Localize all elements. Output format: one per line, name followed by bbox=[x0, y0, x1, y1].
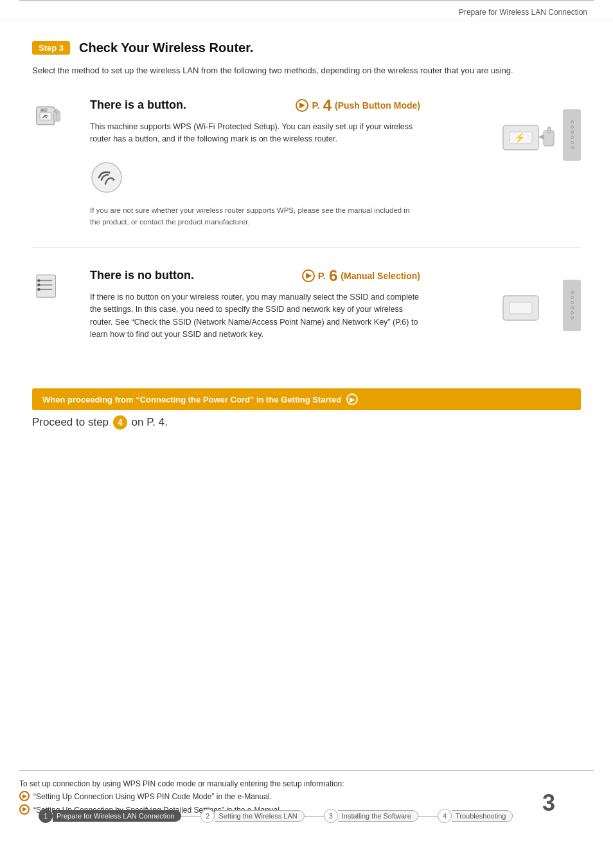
arrow-circle-2: ▶ bbox=[302, 269, 315, 282]
section-button-page-link[interactable]: ▶ P.4 (Push Button Mode) bbox=[296, 96, 420, 114]
page: Prepare for Wireless LAN Connection Step… bbox=[0, 0, 613, 868]
prog-circle-3: 3 bbox=[324, 809, 338, 823]
page-number-badge: 3 bbox=[542, 790, 555, 817]
router-dot bbox=[571, 125, 574, 129]
section-button-icon-col bbox=[32, 96, 71, 134]
prog-line-3 bbox=[418, 816, 438, 817]
section-nobutton-content: There is no button. ▶ P.6 (Manual Select… bbox=[90, 267, 420, 350]
footer-note-item-1: ▶ “Setting Up Connection Using WPS PIN C… bbox=[19, 790, 594, 803]
progress-step-1: 1 Prepare for Wireless LAN Connection bbox=[39, 809, 181, 823]
progress-bar: 1 Prepare for Wireless LAN Connection 2 … bbox=[39, 809, 574, 823]
section-button-title: There is a button. bbox=[90, 98, 186, 112]
section-nobutton-heading-row: There is no button. ▶ P.6 (Manual Select… bbox=[90, 267, 420, 285]
prog-line-2 bbox=[305, 816, 324, 817]
proceed-step-num: 4 bbox=[113, 415, 127, 429]
svg-rect-15 bbox=[547, 127, 551, 133]
section-button-illustration: ⚡ bbox=[440, 96, 581, 161]
section-button-heading-row: There is a button. ▶ P.4 (Push Button Mo… bbox=[90, 96, 420, 114]
router-dot bbox=[571, 316, 574, 320]
router-dot bbox=[571, 146, 574, 149]
step-badge: Step 3 bbox=[32, 41, 70, 55]
progress-step-2: 2 Setting the Wireless LAN bbox=[200, 809, 304, 823]
svg-point-7 bbox=[92, 163, 121, 192]
footer-note-icon-2: ▶ bbox=[19, 804, 30, 815]
proceed-before: Proceed to step bbox=[32, 416, 109, 428]
footer-note-icon-1: ▶ bbox=[19, 791, 30, 801]
proceed-text: Proceed to step 4 on P. 4. bbox=[32, 415, 581, 429]
prog-label-1: Prepare for Wireless LAN Connection bbox=[53, 810, 181, 822]
step-title: Check Your Wireless Router. bbox=[79, 41, 253, 55]
section-nobutton-title: There is no button. bbox=[90, 269, 194, 282]
prog-label-2: Setting the Wireless LAN bbox=[215, 810, 304, 822]
orange-banner: When proceeding from “Connecting the Pow… bbox=[32, 388, 581, 410]
section-nobutton: There is no button. ▶ P.6 (Manual Select… bbox=[32, 267, 581, 370]
illus-button-right: ⚡ bbox=[500, 109, 581, 161]
step-description: Select the method to set up the wireless… bbox=[32, 64, 581, 77]
svg-point-22 bbox=[37, 288, 40, 291]
step-header: Step 3 Check Your Wireless Router. bbox=[32, 41, 581, 55]
wps-logo bbox=[90, 161, 123, 194]
page-mode-2: (Manual Selection) bbox=[341, 271, 420, 281]
svg-text:⚡: ⚡ bbox=[514, 132, 526, 143]
illus-nobutton-right bbox=[500, 280, 581, 331]
router-device-2 bbox=[563, 280, 581, 331]
page-mode-1: (Push Button Mode) bbox=[335, 100, 420, 111]
page-num-1: 4 bbox=[323, 96, 332, 114]
svg-rect-24 bbox=[510, 302, 532, 314]
nobutton-icon bbox=[32, 269, 66, 303]
svg-rect-6 bbox=[55, 109, 57, 113]
section-nobutton-icon-col bbox=[32, 267, 71, 305]
svg-point-20 bbox=[37, 279, 40, 282]
printer-device-2 bbox=[500, 283, 558, 328]
section-button-body: This machine supports WPS (Wi-Fi Protect… bbox=[90, 121, 420, 146]
svg-marker-13 bbox=[538, 134, 544, 140]
router-dot bbox=[571, 291, 574, 294]
router-dot bbox=[571, 136, 574, 139]
prog-label-3: Installing the Software bbox=[338, 810, 418, 822]
prog-circle-1: 1 bbox=[39, 809, 53, 823]
router-dot bbox=[571, 311, 574, 314]
arrow-circle-1: ▶ bbox=[296, 99, 308, 112]
router-dot bbox=[571, 120, 574, 123]
router-dot bbox=[571, 306, 574, 309]
section-nobutton-body: If there is no button on your wireless r… bbox=[90, 291, 420, 341]
banner-arrow-icon: ▶ bbox=[346, 393, 358, 405]
footer-intro: To set up connection by using WPS PIN co… bbox=[19, 777, 594, 790]
footer-note-text-1: “Setting Up Connection Using WPS PIN Cod… bbox=[33, 790, 272, 803]
svg-point-3 bbox=[44, 108, 47, 111]
router-dot bbox=[571, 296, 574, 299]
section-nobutton-illustration bbox=[440, 267, 581, 331]
router-dot bbox=[571, 131, 574, 134]
section-button: There is a button. ▶ P.4 (Push Button Mo… bbox=[32, 96, 581, 248]
page-num-2: 6 bbox=[329, 267, 337, 285]
prog-circle-2: 2 bbox=[200, 809, 215, 823]
prog-line-1 bbox=[181, 816, 200, 817]
svg-point-2 bbox=[40, 108, 44, 111]
main-content: Step 3 Check Your Wireless Router. Selec… bbox=[0, 21, 613, 468]
section-button-content: There is a button. ▶ P.4 (Push Button Mo… bbox=[90, 96, 420, 228]
section-nobutton-page-link[interactable]: ▶ P.6 (Manual Selection) bbox=[302, 267, 420, 285]
svg-point-21 bbox=[37, 284, 40, 286]
progress-step-4: 4 Troubleshooting bbox=[438, 809, 513, 823]
banner-text: When proceeding from “Connecting the Pow… bbox=[42, 395, 341, 404]
printer-device-1: ⚡ bbox=[500, 113, 558, 158]
progress-step-3: 3 Installing the Software bbox=[324, 809, 418, 823]
breadcrumb-text: Prepare for Wireless LAN Connection bbox=[459, 8, 587, 17]
router-dot bbox=[571, 301, 574, 304]
router-device-1 bbox=[563, 109, 581, 161]
prog-circle-4: 4 bbox=[438, 809, 452, 823]
page-link-prefix-1: P. bbox=[312, 100, 319, 111]
footer-area: To set up connection by using WPS PIN co… bbox=[19, 770, 594, 829]
page-header: Prepare for Wireless LAN Connection bbox=[0, 1, 613, 21]
proceed-after: on P. 4. bbox=[132, 416, 168, 428]
router-button-icon bbox=[32, 99, 66, 132]
page-link-prefix-2: P. bbox=[318, 270, 326, 281]
router-dot bbox=[571, 141, 574, 144]
prog-label-4: Troubleshooting bbox=[452, 810, 513, 822]
section-button-note: If you are not sure whether your wireles… bbox=[90, 205, 420, 228]
